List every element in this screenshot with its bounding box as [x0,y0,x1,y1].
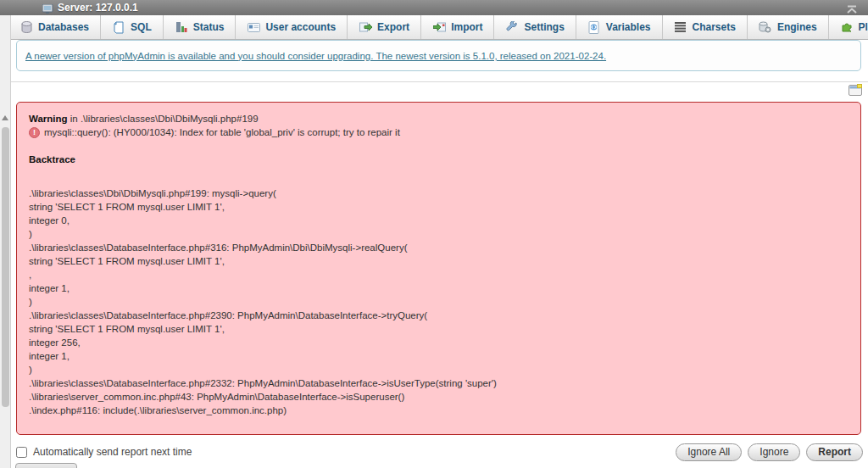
ignore-button[interactable]: Ignore [748,443,800,461]
tab-label: Import [451,21,482,33]
page-title: Server: 127.0.0.1 [58,2,138,14]
import-icon [432,20,446,34]
backtrace-line: integer 256, [29,336,849,349]
sql-icon [112,20,125,34]
backtrace-line: .\libraries\classes\DatabaseInterface.ph… [29,309,849,322]
backtrace-line: ) [29,227,849,241]
server-icon [42,3,54,18]
backtrace-line: .\libraries\classes\Dbi\DbiMysqli.php#19… [29,187,849,200]
tab-label: Plugins [859,21,868,33]
auto-report-checkbox[interactable] [16,447,27,458]
charsets-icon [674,20,687,34]
tab-databases[interactable]: Databases [11,15,101,39]
backtrace-line: .\index.php#116: include(.\libraries\ser… [29,404,849,417]
export-icon [359,20,372,34]
backtrace-line: ) [29,363,849,376]
error-severity: Warning [29,114,68,124]
variables-icon [587,20,601,34]
backtrace-line: string 'SELECT 1 FROM mysql.user LIMIT 1… [29,254,849,268]
backtrace-line: integer 1, [29,349,849,363]
tab-sql[interactable]: SQL [101,15,164,39]
report-buttons: Ignore All Ignore Report [676,443,863,461]
plugins-puzzle-icon [840,20,854,34]
backtrace-line: string 'SELECT 1 FROM mysql.user LIMIT 1… [29,322,849,336]
left-nav-scrollbar[interactable] [0,0,11,468]
tab-label: User accounts [265,21,336,33]
engines-icon [759,20,772,34]
tab-plugins[interactable]: Plugins [829,15,868,39]
error-message: mysqli::query(): (HY000/1034): Index for… [44,125,400,139]
content-divider [11,81,868,82]
tab-label: Charsets [693,21,736,33]
main-content: A newer version of phpMyAdmin is availab… [11,40,868,468]
report-button[interactable]: Report [806,443,863,461]
backtrace-line: string 'SELECT 1 FROM mysql.user LIMIT 1… [29,200,849,214]
backtrace-title: Backtrace [29,153,849,166]
report-footer: Automatically send report next time Igno… [16,440,863,464]
new-window-icon[interactable] [849,84,863,96]
ignore-all-button[interactable]: Ignore All [676,443,742,461]
error-icon: ! [29,127,40,138]
tab-label: Variables [606,21,651,33]
upgrade-link[interactable]: A newer version of phpMyAdmin is availab… [25,51,606,61]
tab-engines[interactable]: Engines [748,15,829,39]
server-title-bar: Server: 127.0.0.1 [0,0,868,15]
settings-wrench-icon [505,20,519,34]
database-icon [19,20,33,34]
tab-label: Status [193,21,225,33]
backtrace-line: , [29,268,849,281]
backtrace-line: .\libraries\classes\DatabaseInterface.ph… [29,376,849,390]
error-location-line: Warning in .\libraries\classes\Dbi\DbiMy… [29,112,849,125]
scroll-to-top-icon[interactable] [846,3,858,18]
error-message-row: ! mysqli::query(): (HY000/1034): Index f… [29,125,849,139]
user-accounts-icon [247,20,260,34]
tab-status[interactable]: Status [164,15,236,39]
backtrace-line: .\libraries\classes\DatabaseInterface.ph… [29,241,849,254]
tab-user-accounts[interactable]: User accounts [236,15,348,39]
tab-charsets[interactable]: Charsets [663,15,748,39]
tab-label: SQL [131,21,152,33]
error-report-box: Warning in .\libraries\classes\Dbi\DbiMy… [16,102,861,435]
status-chart-icon [175,20,188,34]
phpmyadmin-window: Server: 127.0.0.1 ← Databases SQL [0,0,868,468]
auto-report-option[interactable]: Automatically send report next time [16,446,192,458]
tab-import[interactable]: Import [421,15,494,39]
tab-label: Databases [38,21,89,33]
auto-report-label: Automatically send report next time [33,446,192,458]
tab-label: Engines [777,21,817,33]
scrollbar-thumb[interactable] [2,127,9,407]
tab-export[interactable]: Export [348,15,421,39]
backtrace-line: .\libraries\server_common.inc.php#43: Ph… [29,390,849,404]
server-tab-bar: Databases SQL Status User accounts Expor… [11,15,868,40]
tab-variables[interactable]: Variables [576,15,663,39]
tab-label: Export [377,21,409,33]
backtrace-line: ) [29,295,849,309]
backtrace-line: integer 0, [29,214,849,227]
backtrace-line: integer 1, [29,281,849,295]
tab-label: Settings [524,21,564,33]
backtrace-lines: .\libraries\classes\Dbi\DbiMysqli.php#19… [29,187,849,417]
scrollbar-up-arrow-icon[interactable] [2,115,8,120]
error-location: in .\libraries\classes\Dbi\DbiMysqli.php… [68,114,259,124]
version-notice-box: A newer version of phpMyAdmin is availab… [16,40,861,71]
tab-settings[interactable]: Settings [494,15,576,39]
console-button-cutoff[interactable] [15,463,77,468]
